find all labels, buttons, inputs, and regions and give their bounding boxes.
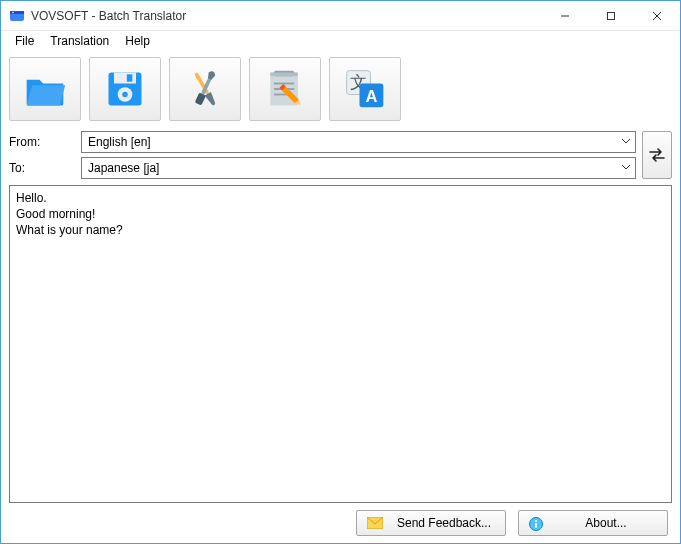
- send-feedback-button[interactable]: Send Feedback...: [356, 510, 506, 536]
- swap-languages-button[interactable]: [642, 131, 672, 179]
- to-language-select[interactable]: Japanese [ja]: [81, 157, 636, 179]
- from-language-select[interactable]: English [en]: [81, 131, 636, 153]
- window-title: VOVSOFT - Batch Translator: [31, 9, 542, 23]
- settings-button[interactable]: [169, 57, 241, 121]
- window: VOVSOFT - Batch Translator File Translat…: [0, 0, 681, 544]
- to-label: To:: [9, 161, 75, 175]
- to-row: To: Japanese [ja]: [9, 157, 636, 179]
- from-row: From: English [en]: [9, 131, 636, 153]
- close-button[interactable]: [634, 1, 680, 30]
- text-input[interactable]: [10, 186, 671, 502]
- menubar: File Translation Help: [1, 31, 680, 51]
- open-button[interactable]: [9, 57, 81, 121]
- maximize-button[interactable]: [588, 1, 634, 30]
- save-button[interactable]: [89, 57, 161, 121]
- language-selects: From: English [en] To: Japanese [ja]: [9, 131, 636, 179]
- about-button[interactable]: About...: [518, 510, 668, 536]
- to-language-value: Japanese [ja]: [88, 161, 159, 175]
- language-area: From: English [en] To: Japanese [ja]: [1, 127, 680, 185]
- chevron-down-icon: [621, 161, 631, 175]
- svg-rect-1: [10, 11, 24, 14]
- mail-icon: [367, 517, 383, 529]
- titlebar: VOVSOFT - Batch Translator: [1, 1, 680, 31]
- send-feedback-label: Send Feedback...: [393, 516, 495, 530]
- window-controls: [542, 1, 680, 30]
- svg-rect-9: [127, 74, 132, 81]
- from-label: From:: [9, 135, 75, 149]
- bottombar: Send Feedback... About...: [1, 509, 680, 543]
- svg-point-2: [12, 11, 14, 13]
- menu-help[interactable]: Help: [117, 32, 158, 50]
- svg-rect-31: [535, 523, 537, 528]
- from-language-value: English [en]: [88, 135, 151, 149]
- svg-point-11: [122, 92, 128, 98]
- app-icon: [9, 8, 25, 24]
- edit-button[interactable]: [249, 57, 321, 121]
- svg-rect-17: [270, 73, 298, 77]
- minimize-button[interactable]: [542, 1, 588, 30]
- chevron-down-icon: [621, 135, 631, 149]
- menu-translation[interactable]: Translation: [42, 32, 117, 50]
- menu-file[interactable]: File: [7, 32, 42, 50]
- svg-point-30: [535, 520, 537, 522]
- info-icon: [529, 517, 545, 529]
- translate-button[interactable]: 文 A: [329, 57, 401, 121]
- toolbar: 文 A: [1, 51, 680, 127]
- svg-rect-4: [608, 12, 615, 19]
- svg-text:A: A: [365, 87, 377, 105]
- text-panel: [9, 185, 672, 503]
- svg-rect-8: [114, 73, 136, 84]
- svg-rect-14: [195, 92, 206, 105]
- about-label: About...: [555, 516, 657, 530]
